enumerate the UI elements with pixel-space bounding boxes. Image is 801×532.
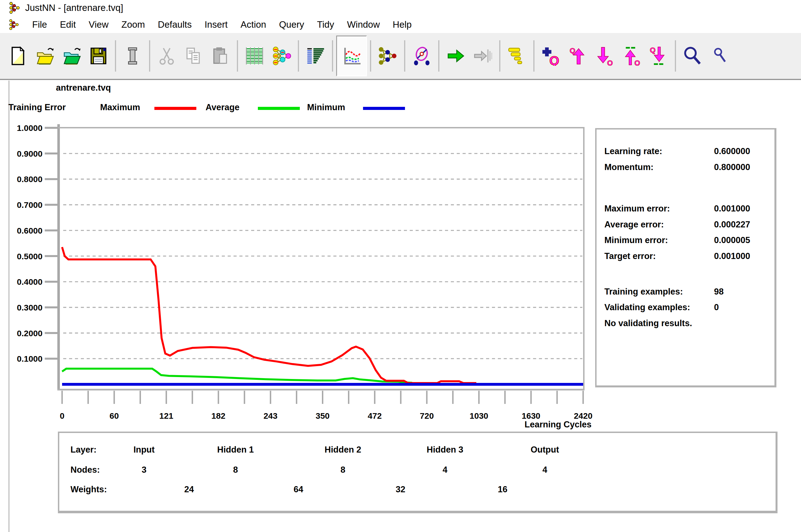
menu-item-action[interactable]: Action (241, 19, 266, 30)
cascade-windows-icon (507, 46, 527, 66)
svg-text:Q: Q (634, 59, 640, 66)
stop-learning-button[interactable] (469, 38, 496, 74)
x-tick-label: 60 (110, 411, 119, 420)
network-view-icon (271, 46, 291, 66)
column-select-button[interactable] (119, 38, 146, 74)
layer-name: Hidden 1 (217, 445, 254, 455)
toolbar-separator (675, 40, 676, 72)
x-tick (583, 391, 584, 404)
network-diagram-button[interactable] (374, 38, 401, 74)
x-tick-label: 121 (159, 411, 173, 420)
network-diagram-icon (378, 46, 397, 66)
x-tick-label: 182 (211, 411, 225, 420)
start-learning-button[interactable] (442, 38, 469, 74)
menu-item-edit[interactable]: Edit (60, 19, 76, 30)
layer-nodes-count: 8 (340, 465, 345, 475)
menu-item-window[interactable]: Window (347, 19, 380, 30)
new-file-button[interactable] (4, 38, 31, 74)
zoom-out-button[interactable] (706, 38, 733, 74)
menu-item-tidy[interactable]: Tidy (317, 19, 334, 30)
query-last-button[interactable]: Q (645, 38, 672, 74)
toolbar: QQQQQ (0, 33, 801, 80)
x-tick (426, 391, 427, 404)
x-tick (504, 391, 506, 404)
open-network-icon (62, 46, 81, 66)
stats-label: Validating examples: (604, 302, 690, 312)
predict-icon (412, 46, 432, 66)
graph-view-icon (342, 46, 361, 66)
x-tick (452, 391, 454, 404)
cascade-windows-button[interactable] (503, 38, 530, 74)
stats-value: 98 (714, 287, 724, 297)
justnn-logo-icon (8, 1, 21, 14)
legend-swatch-maximum (154, 107, 196, 110)
grid-view-button[interactable] (241, 38, 268, 74)
x-axis-line (57, 389, 585, 391)
add-query-button[interactable]: Q (537, 38, 565, 74)
y-axis-line (57, 124, 60, 391)
query-up-button[interactable]: Q (565, 38, 591, 74)
stats-label: Training examples: (604, 287, 683, 297)
x-tick (192, 391, 193, 404)
stats-value: 0.001000 (714, 204, 750, 214)
layer-name: Input (133, 445, 155, 455)
plot-frame-top (57, 127, 585, 128)
menu-item-view[interactable]: View (89, 19, 109, 30)
stats-row: Validating examples:0 (596, 302, 775, 315)
legend-title: Training Error (8, 102, 66, 112)
y-tick (45, 255, 58, 257)
copy-button[interactable] (180, 38, 207, 74)
predict-button[interactable] (408, 38, 435, 74)
save-icon (89, 46, 108, 66)
details-view-button[interactable] (302, 38, 329, 74)
stats-value: 0.000227 (714, 220, 750, 230)
query-first-button[interactable]: Q (618, 38, 645, 74)
column-select-icon (123, 46, 142, 66)
x-tick (166, 391, 167, 404)
paste-icon (211, 46, 230, 66)
stats-label: Momentum: (604, 162, 654, 172)
y-tick (45, 306, 58, 308)
y-tick-label: 0.7000 (17, 200, 42, 209)
query-first-icon: Q (622, 46, 641, 66)
open-file-button[interactable] (31, 38, 58, 74)
layer-nodes-count: 8 (233, 465, 238, 475)
toolbar-separator (404, 40, 405, 72)
menu-item-defaults[interactable]: Defaults (158, 19, 192, 30)
query-up-icon: Q (568, 46, 588, 66)
x-tick (244, 391, 245, 404)
x-tick-label: 720 (420, 411, 434, 420)
svg-text:Q: Q (650, 46, 655, 54)
graph-view-button[interactable] (336, 36, 367, 76)
y-tick (45, 152, 58, 154)
menu-item-query[interactable]: Query (279, 19, 304, 30)
network-view-button[interactable] (268, 38, 295, 74)
zoom-in-button[interactable] (679, 38, 706, 74)
legend-label-minimum: Minimum (307, 102, 345, 112)
details-view-icon (306, 46, 325, 66)
x-tick-label: 243 (264, 411, 278, 420)
nodes-row-label: Nodes: (71, 465, 100, 475)
stats-label: Learning rate: (604, 146, 662, 156)
menu-item-help[interactable]: Help (393, 19, 412, 30)
x-tick (217, 391, 219, 404)
layer-name: Hidden 2 (325, 445, 361, 455)
toolbar-separator (370, 40, 371, 72)
x-tick-label: 1630 (521, 411, 540, 420)
paste-button[interactable] (207, 38, 234, 74)
cut-button[interactable] (153, 38, 180, 74)
save-button[interactable] (85, 38, 112, 74)
start-learning-icon (446, 46, 466, 66)
add-query-icon: Q (541, 46, 561, 66)
stats-value: 0.600000 (714, 146, 750, 156)
stats-row: Training examples:98 (596, 287, 775, 299)
menu-item-insert[interactable]: Insert (205, 19, 228, 30)
query-down-button[interactable]: Q (591, 38, 618, 74)
x-tick-label: 2420 (574, 411, 593, 420)
toolbar-separator (499, 40, 500, 72)
menu-item-file[interactable]: File (32, 19, 47, 30)
menu-item-zoom[interactable]: Zoom (121, 19, 145, 30)
x-tick-label: 472 (368, 411, 382, 420)
query-last-icon: Q (649, 46, 668, 66)
open-network-button[interactable] (58, 38, 85, 74)
